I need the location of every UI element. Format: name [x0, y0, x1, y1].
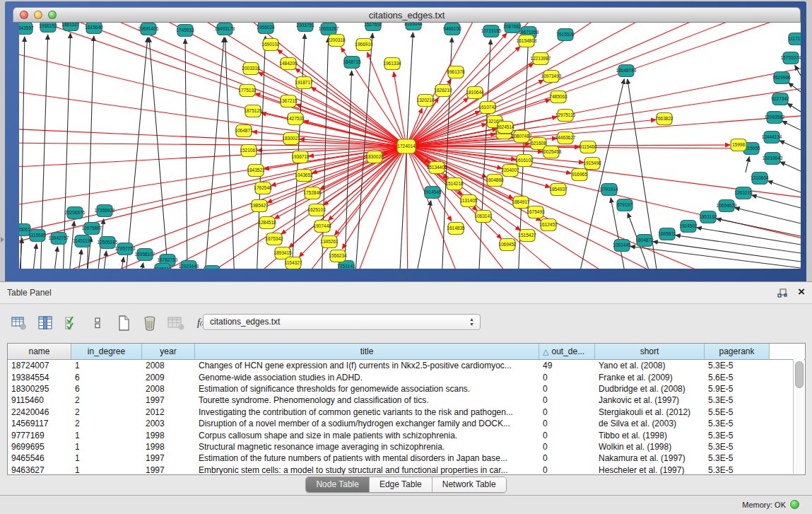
graph-node[interactable]: 1604868 — [486, 175, 504, 187]
table-row[interactable]: 946554611997Estimation of the future num… — [8, 452, 805, 464]
edge[interactable] — [252, 132, 406, 146]
edge[interactable] — [259, 72, 406, 146]
edge[interactable] — [782, 121, 801, 130]
graph-node[interactable]: 1610742 — [478, 102, 497, 114]
graph-node[interactable]: 1961334 — [383, 58, 401, 70]
graph-node[interactable]: 1092445 — [613, 240, 631, 252]
graph-node[interactable]: 11451194 — [73, 235, 93, 247]
scrollbar-thumb[interactable] — [795, 361, 804, 388]
splitter-handle-icon[interactable] — [400, 276, 406, 279]
graph-node[interactable]: 2203751 — [296, 23, 314, 32]
graph-node[interactable]: 1616102 — [515, 155, 534, 167]
tab-network-table[interactable]: Network Table — [433, 477, 506, 492]
graph-node[interactable]: 1775133 — [238, 85, 257, 97]
graph-node[interactable]: 10973493 — [541, 71, 562, 83]
graph-node[interactable]: 1745933 — [176, 25, 194, 37]
graph-node[interactable]: 1615640 — [85, 23, 103, 34]
graph-node[interactable]: 1064871 — [235, 125, 253, 137]
graph-node[interactable]: 1261015 — [734, 187, 753, 199]
graph-node[interactable]: 1154327 — [285, 257, 302, 269]
column-header-out-de-[interactable]: △out_de... — [539, 344, 595, 359]
tab-node-table[interactable]: Node Table — [306, 477, 370, 492]
edge[interactable] — [752, 195, 801, 208]
network-window-titlebar[interactable]: citations_edges.txt — [13, 7, 801, 23]
edge[interactable] — [185, 39, 187, 269]
graph-node[interactable]: 6466100 — [443, 23, 461, 35]
table-row[interactable]: 2242004622012Investigating the contribut… — [8, 407, 805, 418]
tab-edge-table[interactable]: Edge Table — [370, 477, 433, 492]
edge[interactable] — [204, 37, 224, 269]
float-panel-icon[interactable] — [777, 288, 788, 299]
graph-node[interactable]: 1843521 — [247, 165, 265, 177]
edge[interactable] — [322, 37, 329, 269]
graph-node[interactable]: 1810644 — [466, 87, 484, 99]
graph-node[interactable]: 1864917 — [512, 197, 530, 209]
graph-node[interactable]: 1936153 — [39, 23, 57, 33]
graph-node[interactable]: 15751074 — [781, 52, 801, 64]
graph-node[interactable]: 3624514 — [496, 122, 514, 134]
vertical-scrollbar[interactable] — [793, 359, 804, 474]
new-table-icon[interactable] — [114, 314, 133, 332]
graph-node[interactable]: 13942757 — [49, 233, 69, 245]
edge[interactable] — [225, 37, 235, 269]
column-header-in-degree[interactable]: in_degree — [71, 344, 142, 359]
graph-node[interactable]: 9227342 — [771, 93, 789, 105]
graph-node[interactable]: 16958107 — [135, 249, 155, 261]
graph-node[interactable]: 1043652 — [295, 170, 313, 182]
edge[interactable] — [415, 201, 431, 269]
graph-node[interactable]: 1210654 — [751, 173, 769, 185]
graph-node[interactable]: 1762548 — [254, 182, 272, 194]
table-settings-icon[interactable] — [10, 314, 28, 332]
graph-node[interactable]: 10719185 — [481, 25, 502, 37]
graph-node[interactable]: 15134405 — [427, 162, 447, 174]
graph-node[interactable]: 1556234 — [329, 250, 347, 262]
graph-node[interactable]: 916965 — [572, 169, 587, 181]
graph-node[interactable]: 679197 — [617, 199, 632, 211]
graph-node[interactable]: 9529966 — [772, 72, 791, 84]
graph-node[interactable]: 1924502 — [679, 221, 698, 233]
graph-node[interactable]: 1625103 — [307, 204, 326, 216]
graph-node[interactable]: 1521067 — [240, 145, 258, 157]
graph-node[interactable]: 1914545 — [423, 187, 442, 199]
graph-node[interactable]: 2003318 — [242, 63, 260, 75]
edge[interactable] — [119, 257, 124, 269]
graph-node[interactable]: 1063141 — [474, 211, 493, 223]
table-row[interactable]: 1938455462009Genome-wide association stu… — [8, 371, 805, 382]
graph-node[interactable]: 1985427 — [250, 200, 269, 212]
graph-node[interactable]: 1881327 — [61, 23, 80, 31]
edge[interactable] — [53, 247, 57, 269]
table-row[interactable]: 1456911722003Disruption of a novel membe… — [8, 418, 805, 429]
edge[interactable] — [139, 263, 143, 269]
graph-node[interactable]: 1514218 — [445, 178, 464, 190]
graph-node[interactable]: 1320218 — [416, 95, 435, 107]
network-canvas[interactable]: 8643557193615318813271615640206914061745… — [19, 23, 801, 269]
graph-node[interactable]: 1936718 — [291, 151, 310, 163]
edge[interactable] — [767, 181, 801, 192]
graph-node[interactable]: 1284518 — [258, 217, 276, 229]
graph-node[interactable]: 1875129 — [244, 105, 262, 117]
graph-node[interactable]: 1695811 — [659, 228, 676, 240]
edge[interactable] — [102, 251, 107, 269]
graph-node[interactable]: 1626210 — [434, 85, 452, 97]
graph-node[interactable]: 1853162 — [699, 211, 717, 223]
edge[interactable] — [149, 37, 169, 269]
edge[interactable] — [406, 146, 747, 269]
edge[interactable] — [787, 103, 801, 112]
graph-node[interactable]: 10975887 — [82, 223, 102, 235]
graph-node[interactable]: 17359928 — [95, 205, 115, 217]
table-selector-dropdown[interactable]: citations_edges.txt ▲▼ — [203, 314, 481, 330]
edge[interactable] — [32, 244, 37, 269]
table-row[interactable]: 977716911998Corpus callosum shape and si… — [8, 429, 805, 440]
graph-node[interactable]: 2087682 — [503, 23, 522, 33]
graph-node[interactable]: 1690102 — [261, 39, 280, 51]
edge[interactable] — [406, 65, 801, 146]
graph-node[interactable]: 9245012 — [153, 264, 172, 269]
graph-node[interactable]: 16154808 — [517, 35, 537, 47]
graph-node[interactable]: 10653287 — [319, 23, 339, 35]
graph-node[interactable]: 8643557 — [19, 23, 34, 35]
graph-node[interactable]: 16648784 — [616, 65, 637, 77]
graph-node[interactable]: 18493178 — [215, 23, 235, 35]
table-row[interactable]: 969969511998Structural magnetic resonanc… — [8, 441, 805, 452]
row-select-icon[interactable] — [62, 314, 81, 332]
edge[interactable] — [406, 23, 801, 146]
